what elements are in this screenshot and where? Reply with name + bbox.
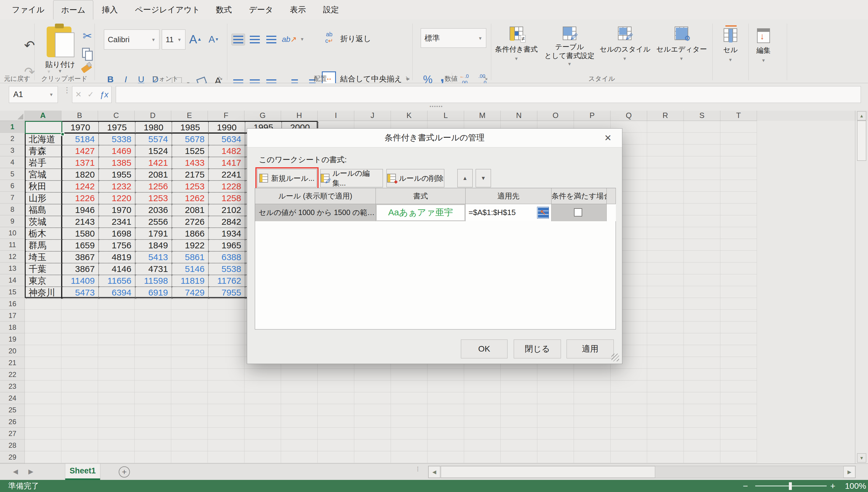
cell-F4[interactable]: 1417 (209, 157, 245, 169)
zoom-slider-handle[interactable] (789, 482, 792, 490)
cell-C10[interactable]: 1698 (99, 228, 136, 240)
cell-B15[interactable]: 5473 (62, 287, 99, 299)
close-button[interactable]: 閉じる (514, 340, 561, 359)
cell-F3[interactable]: 1482 (209, 145, 245, 157)
cell-C3[interactable]: 1469 (99, 145, 136, 157)
cell-F10[interactable]: 1934 (209, 228, 245, 240)
column-header-D[interactable]: D (135, 110, 171, 121)
row-header-15[interactable]: 15 (0, 286, 25, 298)
move-rule-up-button[interactable]: ▲ (457, 169, 473, 187)
row-header-14[interactable]: 14 (0, 274, 25, 286)
cell-D15[interactable]: 6919 (136, 287, 172, 299)
align-top-button[interactable] (232, 34, 245, 45)
cell-D11[interactable]: 1849 (136, 240, 172, 252)
cell-C13[interactable]: 4146 (99, 264, 136, 275)
row-header-28[interactable]: 28 (0, 440, 25, 451)
tabbar-splitter[interactable]: ⁞ (417, 465, 419, 473)
column-header-N[interactable]: N (501, 110, 537, 121)
row-header-10[interactable]: 10 (0, 227, 25, 239)
row-header-27[interactable]: 27 (0, 428, 25, 440)
menu-tab-8[interactable]: 設定 (315, 0, 347, 20)
cell-F11[interactable]: 1965 (209, 240, 245, 252)
orientation-icon[interactable]: ab↗ (281, 32, 298, 46)
cell-D5[interactable]: 2081 (136, 169, 172, 181)
font-dialog-launcher-icon[interactable]: ↘ (218, 74, 223, 81)
insert-function-icon[interactable]: ƒx (100, 90, 109, 99)
cell-E15[interactable]: 7429 (172, 287, 209, 299)
stop-if-true-checkbox[interactable] (574, 208, 582, 217)
cell-B1[interactable]: 1970 (62, 122, 99, 133)
cell-E2[interactable]: 5678 (172, 133, 209, 145)
close-icon[interactable]: ✕ (602, 132, 614, 144)
cell-C4[interactable]: 1385 (99, 157, 136, 169)
cell-F12[interactable]: 6388 (209, 252, 245, 264)
move-rule-down-button[interactable]: ▼ (476, 169, 491, 187)
horizontal-scrollbar[interactable]: ◀ ▶ (428, 466, 855, 478)
cell-B12[interactable]: 3867 (62, 252, 99, 264)
cancel-entry-icon[interactable]: ✕ (75, 90, 82, 99)
hscroll-left-icon[interactable]: ◀ (428, 466, 440, 478)
cell-B7[interactable]: 1226 (62, 193, 99, 204)
row-header-3[interactable]: 3 (0, 145, 25, 156)
row-header-26[interactable]: 26 (0, 416, 25, 428)
column-header-G[interactable]: G (244, 110, 281, 121)
menu-tab-6[interactable]: データ (241, 0, 281, 20)
selected-cell-A1[interactable] (25, 121, 62, 134)
font-name-select[interactable]: Calibri▼ (104, 29, 159, 50)
row-header-18[interactable]: 18 (0, 321, 25, 333)
row-header-8[interactable]: 8 (0, 203, 25, 215)
cell-B2[interactable]: 5184 (62, 133, 99, 145)
add-sheet-icon[interactable]: + (119, 466, 130, 477)
merge-center-label[interactable]: 結合して中央揃え (340, 74, 402, 84)
cell-D14[interactable]: 11598 (136, 275, 172, 287)
cell-D2[interactable]: 5574 (136, 133, 172, 145)
row-header-25[interactable]: 25 (0, 404, 25, 416)
cell-F14[interactable]: 11762 (209, 275, 245, 287)
cell-C15[interactable]: 6394 (99, 287, 136, 299)
menu-tab-5[interactable]: 数式 (208, 0, 239, 20)
cell-A11[interactable]: 群馬 (26, 240, 62, 252)
cell-E14[interactable]: 11819 (172, 275, 209, 287)
format-as-table-button[interactable]: 🖉 テーブル として書式設定 ▼ (544, 27, 594, 66)
cell-C14[interactable]: 11656 (99, 275, 136, 287)
sheet-nav-next-icon[interactable]: ▶ (28, 468, 33, 475)
row-header-29[interactable]: 29 (0, 451, 25, 463)
column-header-E[interactable]: E (171, 110, 208, 121)
row-header-12[interactable]: 12 (0, 251, 25, 263)
cell-B14[interactable]: 11409 (62, 275, 99, 287)
cell-B10[interactable]: 1580 (62, 228, 99, 240)
column-header-C[interactable]: C (98, 110, 135, 121)
row-header-23[interactable]: 23 (0, 380, 25, 392)
column-header-F[interactable]: F (208, 110, 244, 121)
number-dialog-launcher-icon[interactable]: ↘ (483, 74, 488, 81)
cell-C9[interactable]: 2341 (99, 216, 136, 228)
cell-C11[interactable]: 1756 (99, 240, 136, 252)
cell-E8[interactable]: 2081 (172, 204, 209, 216)
cell-B6[interactable]: 1242 (62, 181, 99, 193)
cell-F15[interactable]: 7955 (209, 287, 245, 299)
row-header-19[interactable]: 19 (0, 333, 25, 345)
menu-tab-4[interactable]: ページレイアウト (127, 0, 208, 20)
column-header-I[interactable]: I (318, 110, 354, 121)
row-header-21[interactable]: 21 (0, 357, 25, 369)
column-header-A[interactable]: A (25, 110, 62, 121)
cell-C12[interactable]: 4819 (99, 252, 136, 264)
menu-tab-1[interactable]: ファイル (4, 0, 52, 20)
cell-editor-button[interactable]: ⚙ セルエディター ▼ (656, 27, 706, 61)
cell-A10[interactable]: 栃木 (26, 228, 62, 240)
cell-E10[interactable]: 1866 (172, 228, 209, 240)
cell-C2[interactable]: 5338 (99, 133, 136, 145)
edit-button[interactable]: ↓ 編集 ▼ (738, 28, 789, 63)
cell-F13[interactable]: 5538 (209, 264, 245, 275)
cell-E13[interactable]: 5146 (172, 264, 209, 275)
vscroll-thumb[interactable] (857, 121, 866, 161)
cell-A2[interactable]: 北海道 (26, 133, 62, 145)
align-dialog-launcher-icon[interactable]: ↘ (405, 74, 410, 81)
row-header-5[interactable]: 5 (0, 168, 25, 180)
cell-A14[interactable]: 東京 (26, 275, 62, 287)
column-header-B[interactable]: B (62, 110, 98, 121)
cell-F1[interactable]: 1990 (209, 122, 245, 133)
cell-E6[interactable]: 1253 (172, 181, 209, 193)
vscroll-down-icon[interactable]: ▼ (857, 453, 866, 463)
row-header-17[interactable]: 17 (0, 310, 25, 321)
